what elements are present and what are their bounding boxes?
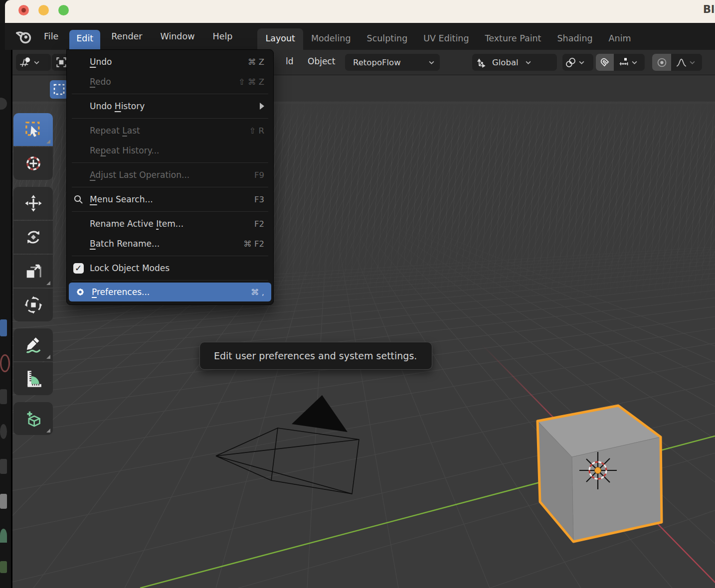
- workspace-tab-layout[interactable]: Layout: [257, 28, 303, 50]
- transform-orientation-dropdown[interactable]: Global: [472, 54, 557, 71]
- menu-item-adjust-last-operation[interactable]: Adjust Last Operation...F9: [67, 165, 273, 185]
- orientation-axes-icon: [476, 56, 488, 68]
- workspace-tab-texture-paint[interactable]: Texture Paint: [477, 28, 549, 50]
- menu-item-lock-object-modes[interactable]: ✓Lock Object Modes: [67, 258, 273, 278]
- camera-object: [216, 395, 359, 494]
- checkbox-checked[interactable]: ✓: [73, 263, 84, 274]
- minimize-window-button[interactable]: [38, 5, 49, 15]
- tool-select-box-button[interactable]: [13, 113, 53, 146]
- menu-item-repeat-last[interactable]: Repeat Last⇧ R: [67, 121, 273, 141]
- menu-item-label: Batch Rename...: [90, 239, 243, 249]
- tool-move-button[interactable]: [13, 187, 53, 220]
- menubar-item-window[interactable]: Window: [154, 28, 202, 45]
- window-edge-divider: [11, 23, 12, 588]
- workspace-tab-uv-editing[interactable]: UV Editing: [415, 28, 477, 50]
- partial-rotate-icon: [0, 424, 7, 439]
- select-box-icon: [23, 120, 43, 140]
- menubar-item-render[interactable]: Render: [104, 28, 149, 45]
- preferences-tooltip: Edit user preferences and system setting…: [199, 342, 432, 370]
- workspace-tab-anim[interactable]: Anim: [601, 28, 639, 50]
- editor-type-dropdown[interactable]: [16, 54, 51, 71]
- menu-separator: [72, 187, 268, 187]
- tool-scale-button[interactable]: [13, 255, 53, 288]
- zoom-window-button[interactable]: [58, 5, 69, 15]
- gear-icon: [69, 286, 92, 298]
- workspace-tab-sculpting[interactable]: Sculpting: [359, 28, 416, 50]
- menubar-item-edit[interactable]: Edit: [69, 30, 100, 50]
- menu-item-redo[interactable]: Redo⇧ ⌘ Z: [67, 72, 273, 92]
- partial-select-icon: [0, 319, 7, 336]
- tool-transform-button[interactable]: [13, 289, 53, 321]
- menu-item-label: Redo: [90, 77, 238, 87]
- menu-fragment: ld: [286, 56, 294, 66]
- menu-item-label: Repeat History...: [90, 146, 264, 155]
- chevron-down-icon: [632, 61, 637, 64]
- partial-cursor-icon: [0, 354, 10, 372]
- menu-item-menu-search[interactable]: Menu Search...F3: [67, 189, 273, 209]
- menu-item-label: Lock Object Modes: [90, 263, 264, 273]
- menu-item-preferences[interactable]: Preferences...⌘ ,: [69, 283, 271, 301]
- tool-cursor-button[interactable]: [13, 147, 53, 180]
- menubar-item-file[interactable]: File: [37, 28, 65, 45]
- menu-separator: [72, 280, 268, 281]
- menu-item-undo[interactable]: Undo⌘ Z: [67, 52, 273, 72]
- tool-annotate-button[interactable]: [13, 328, 53, 361]
- move-icon: [23, 193, 43, 213]
- tool-submenu-indicator: [46, 429, 50, 433]
- tool-add-cube-button[interactable]: [13, 402, 53, 435]
- edit-menu-dropdown: Undo⌘ ZRedo⇧ ⌘ ZUndo HistoryRepeat Last⇧…: [66, 49, 274, 305]
- snap-toggle[interactable]: [596, 54, 614, 71]
- menu-item-shortcut: F2: [254, 219, 264, 229]
- menu-item-shortcut: ⇧ R: [249, 126, 264, 136]
- partial-measure-icon: [0, 529, 7, 543]
- orientation-label: Global: [492, 58, 519, 67]
- retopoflow-dropdown[interactable]: RetopoFlow: [345, 54, 440, 71]
- menu-item-shortcut: ⌘ Z: [248, 57, 264, 67]
- menu-separator: [72, 256, 268, 256]
- tool-submenu-indicator: [46, 355, 50, 359]
- workspace-tab-shading[interactable]: Shading: [549, 28, 600, 50]
- menu-item-shortcut: ⌘ F2: [243, 239, 264, 249]
- chevron-down-icon: [526, 61, 531, 64]
- background-window-strip: [0, 23, 12, 588]
- chevron-down-icon: [429, 61, 434, 64]
- snap-increment-icon: [618, 56, 630, 68]
- window-title: Ble: [703, 3, 715, 15]
- falloff-dropdown[interactable]: [671, 56, 702, 69]
- titlebar: Ble: [5, 0, 715, 23]
- pivot-point-icon: [564, 56, 577, 69]
- menu-separator: [72, 162, 268, 163]
- pivot-point-dropdown[interactable]: [562, 54, 593, 71]
- menu-item-shortcut: F9: [254, 170, 264, 180]
- tool-measure-button[interactable]: [13, 362, 53, 395]
- menu-item-label: Undo History: [90, 101, 260, 111]
- rotate-icon: [23, 227, 43, 247]
- menu-item-repeat-history[interactable]: Repeat History...: [67, 141, 273, 160]
- menu-item-rename-active-item[interactable]: Rename Active Item...F2: [67, 214, 273, 234]
- menu-item-shortcut: ⌘ ,: [251, 288, 264, 297]
- proportional-edit-toggle[interactable]: [652, 54, 671, 71]
- search-icon: [67, 193, 90, 205]
- close-window-button[interactable]: [18, 5, 29, 15]
- top-menubar: FileEditRenderWindowHelp LayoutModelingS…: [5, 23, 715, 50]
- toolbar-group-gap: [13, 180, 53, 187]
- tooltip-text: Edit user preferences and system setting…: [214, 350, 417, 361]
- menu-item-shortcut: F3: [254, 195, 264, 204]
- workspace-tab-modeling[interactable]: Modeling: [303, 28, 359, 50]
- menu-item-batch-rename[interactable]: Batch Rename...⌘ F2: [67, 234, 273, 254]
- cursor-icon: [23, 153, 43, 173]
- menu-item-undo-history[interactable]: Undo History: [67, 96, 273, 116]
- tool-rotate-button[interactable]: [13, 221, 53, 254]
- select-box-mode-button[interactable]: [50, 80, 68, 99]
- tool-submenu-indicator: [46, 140, 50, 144]
- transform-icon: [23, 295, 43, 315]
- snap-with-dropdown[interactable]: [614, 56, 645, 68]
- magnet-icon: [599, 56, 611, 68]
- submenu-arrow-icon: [260, 103, 264, 110]
- menu-item-label: Undo: [90, 57, 248, 67]
- checkbox-slot: ✓: [67, 263, 90, 274]
- scale-icon: [23, 261, 43, 281]
- menubar-item-help[interactable]: Help: [206, 28, 240, 45]
- blender-window: Ble FileEditRenderWindowHelp LayoutModel…: [0, 0, 715, 588]
- object-menu[interactable]: Object: [308, 56, 335, 66]
